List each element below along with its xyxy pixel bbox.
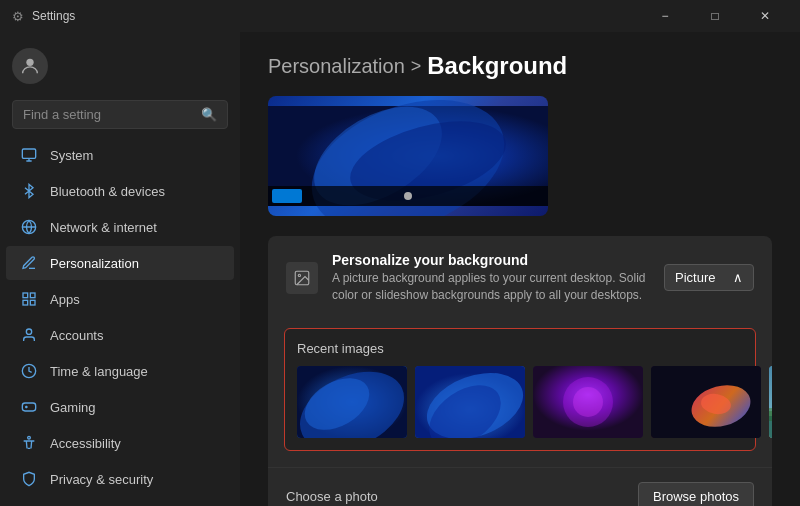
svg-rect-4 <box>30 293 35 298</box>
svg-rect-5 <box>23 300 28 305</box>
svg-point-17 <box>404 192 412 200</box>
sidebar-item-bluetooth-label: Bluetooth & devices <box>50 184 165 199</box>
sidebar-item-bluetooth[interactable]: Bluetooth & devices <box>6 174 234 208</box>
gaming-icon <box>20 398 38 416</box>
sidebar-item-network[interactable]: Network & internet <box>6 210 234 244</box>
svg-point-10 <box>28 436 31 439</box>
search-input[interactable] <box>23 107 193 122</box>
search-icon: 🔍 <box>201 107 217 122</box>
svg-rect-6 <box>30 300 35 305</box>
sidebar-item-apps-label: Apps <box>50 292 80 307</box>
sidebar-item-personalization[interactable]: Personalization <box>6 246 234 280</box>
picture-icon <box>286 262 318 294</box>
breadcrumb-current: Background <box>427 52 567 80</box>
content-area: Personalization > Background <box>240 32 800 506</box>
personalization-icon <box>20 254 38 272</box>
accessibility-icon <box>20 434 38 452</box>
background-type-dropdown[interactable]: Picture ∧ <box>664 264 754 291</box>
recent-images-section: Recent images <box>284 328 756 451</box>
title-bar-title: Settings <box>32 9 75 23</box>
choose-photo-label: Choose a photo <box>286 489 378 504</box>
breadcrumb-parent[interactable]: Personalization <box>268 55 405 78</box>
section-header: Personalize your background A picture ba… <box>268 236 772 320</box>
svg-rect-34 <box>769 408 772 416</box>
sidebar: 🔍 System Bluetooth & devices <box>0 32 240 506</box>
svg-rect-3 <box>23 293 28 298</box>
avatar <box>12 48 48 84</box>
svg-rect-9 <box>22 403 35 411</box>
images-grid <box>297 366 743 438</box>
privacy-icon <box>20 470 38 488</box>
time-icon <box>20 362 38 380</box>
recent-image-1[interactable] <box>297 366 407 438</box>
breadcrumb: Personalization > Background <box>268 52 772 80</box>
section-title: Personalize your background <box>332 252 650 268</box>
maximize-button[interactable]: □ <box>692 0 738 32</box>
sidebar-item-privacy-label: Privacy & security <box>50 472 153 487</box>
network-icon <box>20 218 38 236</box>
sidebar-item-update[interactable]: Windows Update <box>6 498 234 506</box>
sidebar-item-accessibility[interactable]: Accessibility <box>6 426 234 460</box>
apps-icon <box>20 290 38 308</box>
recent-image-2[interactable] <box>415 366 525 438</box>
section-text-block: Personalize your background A picture ba… <box>332 252 650 304</box>
sidebar-item-system-label: System <box>50 148 93 163</box>
settings-icon: ⚙ <box>12 9 24 24</box>
bluetooth-icon <box>20 182 38 200</box>
svg-point-28 <box>573 387 603 417</box>
content-inner: Personalization > Background <box>240 32 800 506</box>
close-button[interactable]: ✕ <box>742 0 788 32</box>
sidebar-item-privacy[interactable]: Privacy & security <box>6 462 234 496</box>
desktop-preview <box>268 96 548 216</box>
recent-image-3[interactable] <box>533 366 643 438</box>
recent-image-4[interactable] <box>651 366 761 438</box>
main-layout: 🔍 System Bluetooth & devices <box>0 32 800 506</box>
user-profile[interactable] <box>0 32 240 100</box>
sidebar-item-accessibility-label: Accessibility <box>50 436 121 451</box>
sidebar-item-personalization-label: Personalization <box>50 256 139 271</box>
background-section-card: Personalize your background A picture ba… <box>268 236 772 506</box>
minimize-button[interactable]: − <box>642 0 688 32</box>
sidebar-item-gaming-label: Gaming <box>50 400 96 415</box>
sidebar-item-network-label: Network & internet <box>50 220 157 235</box>
sidebar-item-time[interactable]: Time & language <box>6 354 234 388</box>
choose-photo-row: Choose a photo Browse photos <box>268 467 772 506</box>
accounts-icon <box>20 326 38 344</box>
svg-rect-16 <box>272 189 302 203</box>
sidebar-item-accounts-label: Accounts <box>50 328 103 343</box>
sidebar-item-time-label: Time & language <box>50 364 148 379</box>
svg-rect-36 <box>769 421 772 438</box>
recent-image-5[interactable] <box>769 366 772 438</box>
title-bar-controls: − □ ✕ <box>642 0 788 32</box>
dropdown-chevron-up: ∧ <box>733 270 743 285</box>
title-bar-left: ⚙ Settings <box>12 9 75 24</box>
sidebar-item-system[interactable]: System <box>6 138 234 172</box>
sidebar-item-accounts[interactable]: Accounts <box>6 318 234 352</box>
sidebar-item-apps[interactable]: Apps <box>6 282 234 316</box>
svg-rect-1 <box>22 149 35 158</box>
section-header-left: Personalize your background A picture ba… <box>286 252 650 304</box>
svg-point-7 <box>26 329 31 334</box>
system-icon <box>20 146 38 164</box>
recent-images-label: Recent images <box>297 341 743 356</box>
background-type-label: Picture <box>675 270 715 285</box>
browse-photos-button[interactable]: Browse photos <box>638 482 754 506</box>
search-box[interactable]: 🔍 <box>12 100 228 129</box>
breadcrumb-separator: > <box>411 56 422 77</box>
preview-wallpaper <box>268 96 548 216</box>
svg-point-0 <box>26 59 33 66</box>
sidebar-item-gaming[interactable]: Gaming <box>6 390 234 424</box>
svg-point-19 <box>298 274 300 276</box>
title-bar: ⚙ Settings − □ ✕ <box>0 0 800 32</box>
section-description: A picture background applies to your cur… <box>332 270 650 304</box>
